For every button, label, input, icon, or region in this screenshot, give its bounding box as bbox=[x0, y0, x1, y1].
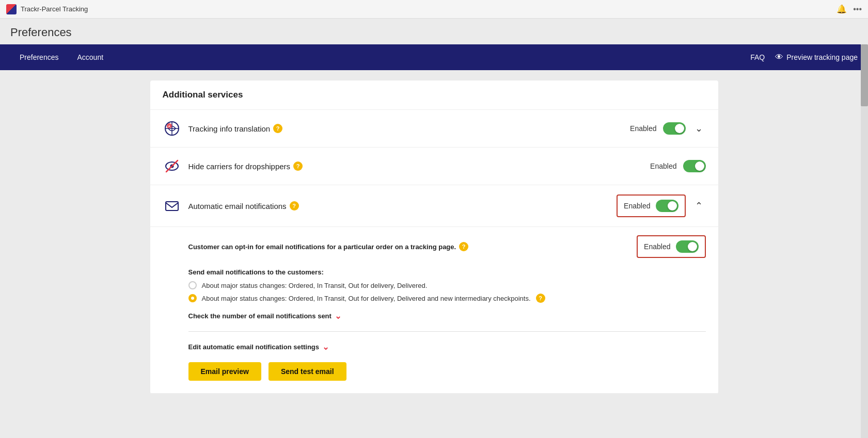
app-title: Trackr-Parcel Tracking bbox=[21, 5, 88, 13]
nav-item-account[interactable]: Account bbox=[68, 44, 113, 70]
eye-icon: 👁 bbox=[775, 53, 783, 62]
tracking-translation-status: Enabled bbox=[630, 124, 656, 133]
edit-notification-settings-link[interactable]: Edit automatic email notification settin… bbox=[188, 342, 706, 352]
top-bar-actions: 🔔 ••• bbox=[837, 4, 862, 14]
hide-carriers-toggle[interactable] bbox=[683, 160, 706, 172]
tracking-translation-help[interactable]: ? bbox=[273, 124, 282, 133]
hide-carriers-help[interactable]: ? bbox=[293, 161, 303, 171]
opt-in-label: Customer can opt-in for email notificati… bbox=[188, 242, 469, 251]
auto-email-toggle[interactable] bbox=[656, 200, 678, 212]
tracking-translation-controls: Enabled ⌄ bbox=[630, 122, 705, 135]
auto-email-chevron[interactable]: ⌃ bbox=[692, 199, 706, 213]
page-header: Preferences bbox=[0, 19, 868, 44]
notification-icon[interactable]: 🔔 bbox=[837, 4, 847, 14]
hide-carriers-icon bbox=[163, 157, 181, 175]
intermediary-help[interactable]: ? bbox=[536, 294, 545, 303]
additional-services-card: Additional services A Tracking info tran… bbox=[150, 80, 718, 394]
check-notifications-link[interactable]: Check the number of email notifications … bbox=[188, 311, 706, 321]
hide-carriers-label: Hide carriers for dropshippers ? bbox=[188, 161, 303, 171]
more-icon[interactable]: ••• bbox=[853, 5, 862, 14]
tracking-translation-label: Tracking info translation ? bbox=[188, 124, 283, 133]
auto-email-toggle-bordered: Enabled bbox=[617, 194, 685, 217]
top-bar: Trackr-Parcel Tracking 🔔 ••• bbox=[0, 0, 868, 19]
opt-in-row: Customer can opt-in for email notificati… bbox=[188, 235, 706, 258]
auto-email-status: Enabled bbox=[624, 202, 650, 210]
opt-in-toggle-bordered: Enabled bbox=[637, 235, 705, 258]
tracking-translation-icon: A bbox=[163, 119, 181, 138]
nav-right: FAQ 👁 Preview tracking page bbox=[750, 53, 858, 62]
email-preview-button[interactable]: Email preview bbox=[188, 362, 261, 381]
section-divider bbox=[188, 331, 706, 332]
nav-bar: Preferences Account FAQ 👁 Preview tracki… bbox=[0, 44, 868, 70]
opt-in-status: Enabled bbox=[644, 242, 670, 251]
send-label: Send email notifications to the customer… bbox=[188, 268, 706, 276]
auto-email-expanded: Customer can opt-in for email notificati… bbox=[150, 227, 718, 394]
radio-circle-major-only[interactable] bbox=[188, 281, 197, 289]
tracking-translation-chevron[interactable]: ⌄ bbox=[692, 122, 706, 135]
svg-rect-8 bbox=[166, 202, 178, 210]
send-test-email-button[interactable]: Send test email bbox=[269, 362, 346, 381]
scroll-thumb[interactable] bbox=[861, 44, 868, 106]
svg-text:A: A bbox=[168, 125, 170, 128]
radio-circle-major-intermediary[interactable] bbox=[188, 294, 197, 302]
page-title: Preferences bbox=[10, 26, 72, 39]
hide-carriers-controls: Enabled bbox=[650, 160, 705, 172]
opt-in-toggle[interactable] bbox=[676, 240, 699, 253]
auto-email-label: Automatic email notifications ? bbox=[188, 201, 299, 210]
opt-in-help[interactable]: ? bbox=[459, 242, 468, 251]
check-chevron-icon: ⌄ bbox=[335, 311, 341, 321]
service-row-tracking-translation: A Tracking info translation ? Enabled ⌄ bbox=[150, 110, 718, 148]
auto-email-help[interactable]: ? bbox=[290, 201, 299, 210]
main-content: Additional services A Tracking info tran… bbox=[0, 70, 868, 438]
action-buttons: Email preview Send test email bbox=[188, 362, 706, 381]
edit-chevron-icon: ⌄ bbox=[322, 342, 329, 352]
scrollbar[interactable] bbox=[861, 44, 868, 438]
nav-faq[interactable]: FAQ bbox=[750, 53, 765, 61]
radio-major-intermediary: About major status changes: Ordered, In … bbox=[188, 294, 706, 303]
auto-email-icon bbox=[163, 197, 181, 215]
app-icon bbox=[6, 4, 17, 14]
hide-carriers-status: Enabled bbox=[650, 162, 676, 170]
nav-item-preferences[interactable]: Preferences bbox=[10, 44, 68, 70]
auto-email-controls: Enabled ⌃ bbox=[617, 194, 705, 217]
service-row-auto-email: Automatic email notifications ? Enabled … bbox=[150, 185, 718, 227]
tracking-translation-toggle[interactable] bbox=[663, 122, 686, 135]
nav-preview-tracking[interactable]: 👁 Preview tracking page bbox=[775, 53, 858, 62]
service-row-hide-carriers: Hide carriers for dropshippers ? Enabled bbox=[150, 148, 718, 185]
send-notifications-section: Send email notifications to the customer… bbox=[188, 268, 706, 303]
radio-major-only: About major status changes: Ordered, In … bbox=[188, 281, 706, 289]
card-header: Additional services bbox=[150, 80, 718, 110]
